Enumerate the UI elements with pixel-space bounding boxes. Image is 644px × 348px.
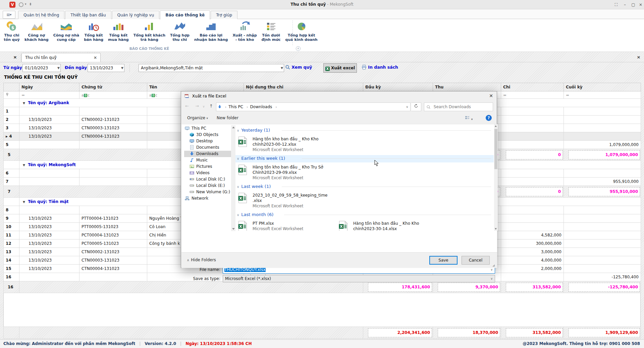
sidebar-item-pictures[interactable]: Pictures (184, 163, 231, 170)
cell-cuoiky[interactable] (564, 239, 641, 248)
cell-chi[interactable]: 4,000,000 (501, 256, 564, 265)
ribbon-tab-quản-lý-nghiệp-vụ[interactable]: Quản lý nghiệp vụ (112, 11, 160, 19)
breadcrumb[interactable]: ›This PC ›Downloads › ∨ (216, 102, 411, 111)
sidebar-item-3d-objects[interactable]: 3D Objects (184, 132, 231, 138)
cell-chi[interactable] (501, 141, 564, 149)
cell-cuoiky[interactable] (564, 265, 641, 273)
sidebar-scrollbar[interactable] (231, 125, 235, 231)
scroll-up-icon[interactable] (232, 127, 235, 128)
chevron-down-icon[interactable]: ▼ (121, 64, 123, 72)
fund-filter-select[interactable]: Argibank,MekongSoft,Tiền mặt▼ (139, 64, 284, 72)
row-number-cell[interactable]: ▸ 4 (4, 132, 19, 141)
cell-ngay[interactable]: 13/10/2023 (19, 124, 79, 132)
save-type-select[interactable]: Microsoft Excel (*.xlsx) ∨ (223, 275, 495, 282)
column-header-chi[interactable]: Chi (501, 83, 564, 91)
cell-chungtu[interactable]: CTN00004-131023 (79, 132, 147, 141)
cell-ngay[interactable]: 13/10/2023 (19, 265, 79, 273)
row-number-cell[interactable]: 8 (4, 206, 19, 214)
view-fund-button[interactable]: Xem quỹ (285, 65, 312, 70)
cell-chi[interactable]: 300,000,000 (501, 239, 564, 248)
cell-ngay[interactable]: 13/10/2023 (19, 214, 79, 223)
chevron-down-icon[interactable]: ∨ (406, 103, 408, 111)
column-header-đầu-kỳ[interactable]: Đầu kỳ (363, 83, 433, 91)
cell-cuoiky[interactable] (564, 206, 641, 214)
chevron-down-icon[interactable]: ▼ (281, 64, 283, 72)
cell-cuoiky[interactable] (564, 223, 641, 231)
sidebar-item-this-pc[interactable]: This PC (184, 125, 231, 132)
row-number-cell[interactable]: 5 (4, 141, 19, 149)
row-number-cell[interactable]: 1 (4, 107, 19, 116)
filter-cell[interactable]: = (19, 91, 79, 99)
export-excel-button[interactable]: X Xuất excel (323, 63, 357, 73)
ribbon-item-bars-arrow[interactable]: Xuất - nhập - tồn kho (230, 20, 259, 45)
row-number-cell[interactable]: 16 (4, 273, 19, 281)
ribbon-item-bars-three[interactable]: Tổng kết khách trả hàng (131, 20, 168, 45)
row-number-cell[interactable]: 15 (4, 265, 19, 273)
row-number-cell[interactable]: 14 (4, 256, 19, 265)
resize-grip[interactable]: ◢ (492, 264, 495, 267)
up-icon[interactable]: ↑ (209, 103, 213, 109)
sidebar-item-videos[interactable]: Videos (184, 170, 231, 176)
file-item[interactable]: X2023_10_02_09_59_58_keeping_time.xlsxMi… (235, 191, 336, 211)
sidebar-item-music[interactable]: Music (184, 157, 231, 163)
scrollbar-thumb[interactable] (494, 129, 497, 169)
ribbon-item-list-colored[interactable]: Tồn dưới định mức (259, 20, 283, 45)
refresh-button[interactable] (411, 102, 421, 111)
close-tab-icon[interactable]: × (94, 53, 97, 62)
ribbon-item-pie[interactable]: Tổng hợp kết quả kinh doanh (283, 20, 320, 45)
row-number-cell[interactable]: 9 (4, 214, 19, 223)
cell-ngay[interactable]: 13/10/2023 (19, 116, 79, 124)
cell-chungtu[interactable] (79, 141, 147, 149)
cell-chi[interactable] (501, 178, 564, 186)
cell-chi[interactable] (501, 124, 564, 132)
cell-chi[interactable] (501, 169, 564, 178)
sidebar-item-desktop[interactable]: Desktop (184, 138, 231, 144)
cell-cuoiky[interactable]: 1,079,000,000 (564, 141, 641, 149)
row-number-cell[interactable]: 6 (4, 169, 19, 178)
column-header-chứng-từ[interactable]: Chứng từ (79, 83, 147, 91)
print-list-button[interactable]: In danh sách (362, 65, 398, 70)
cell-cuoiky[interactable]: 955,910,000 (564, 178, 641, 186)
view-options-button[interactable]: ▾ (465, 116, 473, 121)
ribbon-item-area-chart[interactable]: Công nợ khách hàng (22, 20, 51, 45)
cell-cuoiky[interactable] (564, 248, 641, 256)
column-header-tên[interactable]: Tên (147, 83, 244, 91)
column-header-cuối-kỳ[interactable]: Cuối kỳ (564, 83, 641, 91)
file-group-header[interactable]: ∨Earlier this week (1) (235, 155, 494, 162)
cell-chi[interactable] (501, 107, 564, 116)
ribbon-collapse-button[interactable]: ∧ (296, 46, 301, 51)
cell-chungtu[interactable] (79, 107, 147, 116)
row-number-cell[interactable]: 2 (4, 116, 19, 124)
new-folder-button[interactable]: New folder (217, 116, 238, 120)
file-group-header[interactable]: ∨Yesterday (1) (235, 127, 494, 134)
row-number-cell[interactable]: 13 (4, 248, 19, 256)
help-button[interactable]: ? (486, 115, 492, 121)
cell-cuoiky[interactable] (564, 107, 641, 116)
cell-ngay[interactable] (19, 273, 79, 281)
ribbon-item-zigzag[interactable]: Tổng hợp thu chi (168, 20, 192, 45)
cell-cuoiky[interactable] (564, 124, 641, 132)
cell-cuoiky[interactable] (564, 214, 641, 223)
row-number-cell[interactable]: 12 (4, 239, 19, 248)
file-item[interactable]: XHàng tồn kho ban đầu _ Kho Trụ SởChính2… (235, 162, 336, 183)
to-date-input[interactable]: 13/10/2023▼ (88, 64, 124, 72)
cell-cuoiky[interactable] (564, 256, 641, 265)
cell-chi[interactable] (501, 214, 564, 223)
filter-cell[interactable]: = (501, 91, 564, 99)
cell-ngay[interactable]: 13/10/2023 (19, 239, 79, 248)
row-number-cell[interactable]: 7 (4, 178, 19, 186)
cell-chungtu[interactable] (79, 206, 147, 214)
cell-ngay[interactable]: 13/10/2023 (19, 256, 79, 265)
filter-cell[interactable]: aBc (79, 91, 147, 99)
cast-icon[interactable]: ⛶ (612, 1, 620, 8)
cell-chungtu[interactable] (79, 169, 147, 178)
cell-ngay[interactable] (19, 206, 79, 214)
cell-chi[interactable]: 2,000,000 (501, 265, 564, 273)
close-button[interactable]: × (637, 1, 644, 8)
chevron-down-icon[interactable]: ∨ (203, 105, 205, 108)
file-item[interactable]: XPT PM.xlsxMicrosoft Excel Worksheet (235, 219, 336, 231)
cell-ngay[interactable] (19, 178, 79, 186)
sidebar-item-local-disk-e-[interactable]: Local Disk (E:) (184, 183, 231, 189)
ribbon-tab-trợ-giúp[interactable]: Trợ giúp (211, 11, 237, 19)
ribbon-item-bars-multi[interactable]: Tổng kết mua hàng (106, 20, 131, 45)
